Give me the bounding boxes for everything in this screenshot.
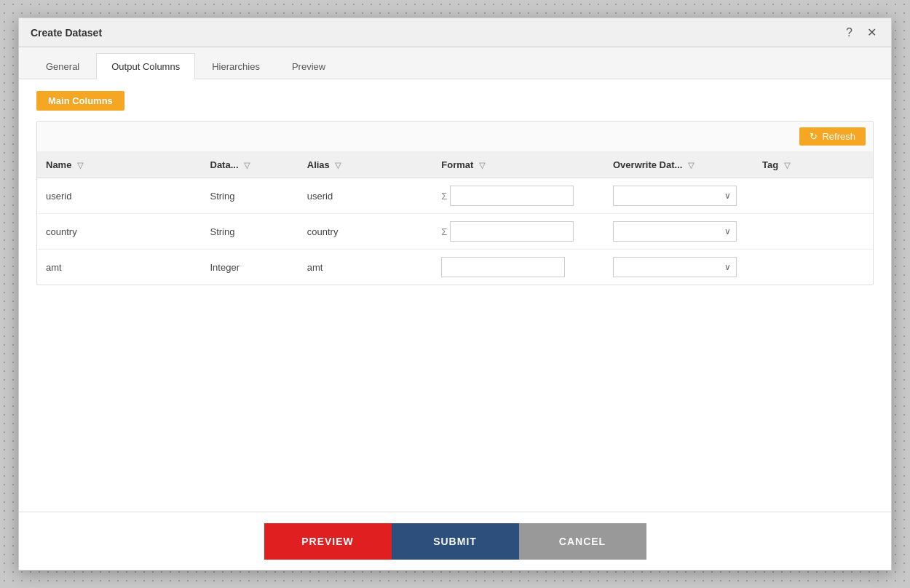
tag-filter-icon[interactable]: ▽ — [784, 161, 790, 170]
format-input-1[interactable] — [450, 221, 574, 242]
table-toolbar: ↻ Refresh — [37, 122, 873, 152]
cell-name-1: country — [37, 214, 202, 250]
cell-name-2: amt — [37, 250, 202, 285]
cell-alias-0: userid — [298, 178, 433, 214]
refresh-button[interactable]: ↻ Refresh — [799, 127, 866, 146]
sigma-icon: Σ — [441, 226, 447, 237]
format-input-0[interactable] — [450, 186, 574, 206]
close-button[interactable]: ✕ — [864, 24, 879, 41]
columns-table-container: ↻ Refresh Name ▽ Data... ▽ — [36, 121, 874, 285]
datatype-filter-icon[interactable]: ▽ — [244, 161, 250, 170]
col-header-overwrite: Overwrite Dat... ▽ — [604, 152, 753, 178]
table-row: country String country Σ — [37, 214, 873, 250]
cell-tag-1 — [753, 214, 873, 250]
cell-datatype-1: String — [202, 214, 298, 250]
overwrite-select-wrapper-2 — [613, 257, 737, 277]
col-header-tag: Tag ▽ — [753, 152, 873, 178]
dialog-title: Create Dataset — [31, 27, 102, 39]
submit-button[interactable]: SUBMIT — [392, 523, 519, 560]
overwrite-select-2[interactable] — [613, 257, 737, 277]
cell-format-1: Σ — [432, 214, 604, 250]
dialog-body: Main Columns ↻ Refresh Name ▽ — [19, 79, 891, 512]
col-header-alias: Alias ▽ — [298, 152, 433, 178]
overwrite-select-1[interactable] — [613, 221, 737, 242]
cell-tag-0 — [753, 178, 873, 214]
tab-preview[interactable]: Preview — [277, 53, 341, 79]
col-header-datatype: Data... ▽ — [202, 152, 298, 178]
overwrite-select-0[interactable] — [613, 186, 737, 206]
col-header-format: Format ▽ — [432, 152, 604, 178]
table-header-row: Name ▽ Data... ▽ Alias ▽ Format — [37, 152, 873, 178]
cell-format-0: Σ — [432, 178, 604, 214]
dialog-footer: PREVIEW SUBMIT CANCEL — [19, 512, 891, 570]
cell-overwrite-2 — [604, 250, 753, 285]
cell-name-0: userid — [37, 178, 202, 214]
overwrite-filter-icon[interactable]: ▽ — [688, 161, 694, 170]
main-columns-button[interactable]: Main Columns — [36, 91, 124, 111]
cancel-button[interactable]: CANCEL — [519, 523, 646, 560]
overwrite-select-wrapper-0 — [613, 186, 737, 206]
dialog-header: Create Dataset ? ✕ — [19, 18, 891, 47]
sigma-icon: Σ — [441, 191, 447, 202]
tab-output-columns[interactable]: Output Columns — [96, 53, 195, 79]
create-dataset-dialog: Create Dataset ? ✕ General Output Column… — [18, 17, 892, 571]
cell-alias-1: country — [298, 214, 433, 250]
cell-overwrite-0 — [604, 178, 753, 214]
cell-format-2 — [432, 250, 604, 285]
col-header-name: Name ▽ — [37, 152, 202, 178]
table-row: amt Integer amt — [37, 250, 873, 285]
overwrite-select-wrapper-1 — [613, 221, 737, 242]
cell-tag-2 — [753, 250, 873, 285]
format-filter-icon[interactable]: ▽ — [479, 161, 485, 170]
help-button[interactable]: ? — [843, 25, 855, 41]
tab-hierarchies[interactable]: Hierarchies — [197, 53, 275, 79]
columns-table: Name ▽ Data... ▽ Alias ▽ Format — [37, 152, 873, 285]
header-actions: ? ✕ — [843, 24, 879, 41]
refresh-icon: ↻ — [810, 131, 818, 142]
preview-button[interactable]: PREVIEW — [264, 523, 392, 560]
cell-overwrite-1 — [604, 214, 753, 250]
cell-alias-2: amt — [298, 250, 433, 285]
alias-filter-icon[interactable]: ▽ — [335, 161, 341, 170]
tab-general[interactable]: General — [31, 53, 95, 79]
cell-datatype-0: String — [202, 178, 298, 214]
format-input-2[interactable] — [441, 257, 565, 277]
table-row: userid String userid Σ — [37, 178, 873, 214]
cell-datatype-2: Integer — [202, 250, 298, 285]
tabs-bar: General Output Columns Hierarchies Previ… — [19, 47, 891, 79]
name-filter-icon[interactable]: ▽ — [77, 161, 83, 170]
